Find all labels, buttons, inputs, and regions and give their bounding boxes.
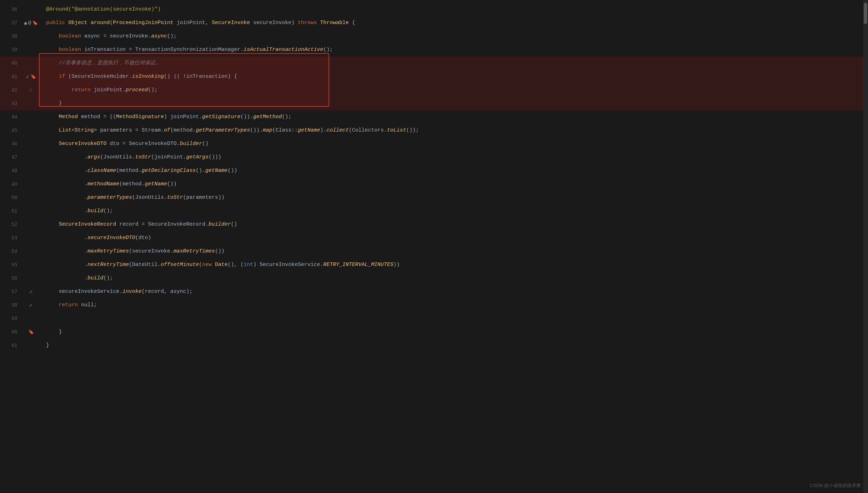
token-type: ProceedingJoinPoint bbox=[113, 20, 177, 26]
token-italic-method: getName bbox=[298, 127, 320, 133]
line-number: 41 bbox=[0, 74, 23, 80]
token-plain: . bbox=[46, 275, 87, 281]
code-line: 36@Around("@annotation(secureInvoke)") bbox=[0, 3, 868, 16]
token-annotation: @Around("@annotation(secureInvoke)") bbox=[46, 6, 161, 12]
red-circle-icon[interactable]: ○ bbox=[29, 87, 33, 93]
token-plain: joinPoint, bbox=[177, 20, 212, 26]
code-area: 36@Around("@annotation(secureInvoke)")37… bbox=[0, 0, 868, 493]
line-number: 51 bbox=[0, 208, 23, 214]
green-check-icon[interactable]: ✓ bbox=[29, 302, 33, 309]
token-plain: (JsonUtils. bbox=[132, 195, 167, 201]
token-plain: ()) bbox=[228, 168, 237, 174]
token-plain: (Collectors. bbox=[349, 127, 387, 133]
token-plain: (), ( bbox=[228, 262, 244, 268]
line-number: 47 bbox=[0, 155, 23, 160]
green-check-icon[interactable]: ✓ bbox=[29, 288, 33, 295]
debug-icon[interactable]: ◉ bbox=[24, 20, 27, 26]
token-plain: null; bbox=[81, 302, 97, 308]
token-plain: async = secureInvoke. bbox=[84, 33, 151, 39]
scrollbar-thumb[interactable] bbox=[864, 3, 867, 24]
token-italic-method: maxRetryTimes bbox=[87, 248, 129, 254]
token-plain: . bbox=[46, 262, 87, 268]
token-italic-method: build bbox=[87, 275, 103, 281]
token-plain bbox=[46, 127, 59, 133]
token-plain bbox=[46, 74, 59, 80]
token-plain: (method. bbox=[119, 181, 145, 187]
token-plain: (JsonUtils. bbox=[100, 154, 135, 160]
token-italic-method: toStr bbox=[135, 154, 151, 160]
bookmark-icon[interactable]: 🔖 bbox=[28, 329, 34, 335]
token-italic-method: toStr bbox=[167, 195, 183, 201]
code-line: 43 } bbox=[0, 97, 868, 110]
code-line: 42○ return joinPoint.proceed(); bbox=[0, 83, 868, 97]
token-plain bbox=[46, 87, 72, 93]
token-plain: secureInvokeService. bbox=[46, 289, 122, 295]
token-italic-method: builder bbox=[180, 141, 202, 147]
token-italic-method: getName bbox=[145, 181, 167, 187]
token-throws-kw: throws bbox=[298, 20, 320, 26]
line-code-content: .nextRetryTime(DateUtil.offsetMinute(new… bbox=[39, 258, 868, 272]
line-icons: ✓ bbox=[23, 302, 39, 309]
line-number: 40 bbox=[0, 60, 23, 66]
token-plain: () bbox=[231, 221, 237, 227]
token-italic-method: collect bbox=[326, 127, 349, 133]
line-code-content: .methodName(method.getName()) bbox=[39, 178, 868, 191]
line-number: 36 bbox=[0, 7, 23, 12]
token-plain: (record, async); bbox=[142, 289, 193, 295]
token-plain: ). bbox=[320, 127, 326, 133]
token-plain bbox=[46, 114, 59, 120]
token-plain: () || !inTransaction) { bbox=[164, 74, 237, 80]
token-kw: new bbox=[202, 262, 215, 268]
line-number: 50 bbox=[0, 195, 23, 201]
code-line: 57✓ secureInvokeService.invoke(record, a… bbox=[0, 285, 868, 298]
token-plain bbox=[46, 47, 59, 53]
line-number: 55 bbox=[0, 262, 23, 268]
token-plain: . bbox=[46, 181, 87, 187]
token-plain: } bbox=[46, 329, 62, 335]
token-plain: . bbox=[46, 195, 87, 201]
token-plain: record = SecureInvokeRecord. bbox=[119, 221, 209, 227]
token-plain: < bbox=[72, 127, 75, 133]
bookmark-icon[interactable]: 🔖 bbox=[30, 74, 36, 80]
line-code-content: if (SecureInvokeHolder.isInvoking() || !… bbox=[39, 70, 868, 83]
token-italic-method: async bbox=[151, 33, 167, 39]
token-plain: ( bbox=[199, 262, 202, 268]
token-plain: ) SecureInvokeService. bbox=[253, 262, 323, 268]
token-kw: return bbox=[59, 302, 81, 308]
line-number: 58 bbox=[0, 302, 23, 308]
token-plain: inTransaction = TransactionSynchronizati… bbox=[84, 47, 244, 53]
token-plain: ( bbox=[110, 20, 113, 26]
line-code-content: SecureInvokeRecord record = SecureInvoke… bbox=[39, 218, 868, 231]
token-plain: } bbox=[46, 342, 49, 348]
token-type: List bbox=[59, 127, 72, 133]
token-type: SecureInvoke bbox=[212, 20, 253, 26]
token-comment: //非事务状态，直接执行，不做任何保证。 bbox=[59, 60, 161, 66]
token-italic-method: isActualTransactionActive bbox=[244, 47, 323, 53]
at-icon[interactable]: @ bbox=[28, 20, 31, 26]
token-italic-method: isInvoking bbox=[132, 74, 164, 80]
token-plain: joinPoint. bbox=[94, 87, 126, 93]
green-check-icon[interactable]: ✓ bbox=[26, 73, 29, 80]
scrollbar[interactable] bbox=[863, 0, 868, 493]
line-code-content: @Around("@annotation(secureInvoke)") bbox=[39, 3, 868, 16]
code-line: 54 .maxRetryTimes(secureInvoke.maxRetryT… bbox=[0, 245, 868, 258]
token-plain: (); bbox=[103, 208, 113, 214]
token-kw-blue: int bbox=[244, 262, 253, 268]
token-plain: (secureInvoke. bbox=[129, 248, 173, 254]
code-line: 41✓🔖 if (SecureInvokeHolder.isInvoking()… bbox=[0, 70, 868, 83]
line-icons: ✓ bbox=[23, 288, 39, 295]
line-code-content: secureInvokeService.invoke(record, async… bbox=[39, 285, 868, 298]
token-plain: (joinPoint. bbox=[151, 154, 186, 160]
code-line: 37◉@🔖public Object around(ProceedingJoin… bbox=[0, 16, 868, 30]
line-number: 48 bbox=[0, 168, 23, 174]
line-number: 46 bbox=[0, 141, 23, 147]
token-plain bbox=[46, 141, 59, 147]
bookmark-icon[interactable]: 🔖 bbox=[32, 20, 38, 26]
token-plain: secureInvoke) bbox=[253, 20, 298, 26]
token-italic-method: builder bbox=[209, 221, 231, 227]
token-plain: ()); bbox=[406, 127, 419, 133]
line-number: 45 bbox=[0, 128, 23, 133]
token-italic-method: parameterTypes bbox=[87, 195, 132, 201]
token-plain: (dto) bbox=[135, 235, 151, 241]
token-italic-method: getMethod bbox=[253, 114, 282, 120]
